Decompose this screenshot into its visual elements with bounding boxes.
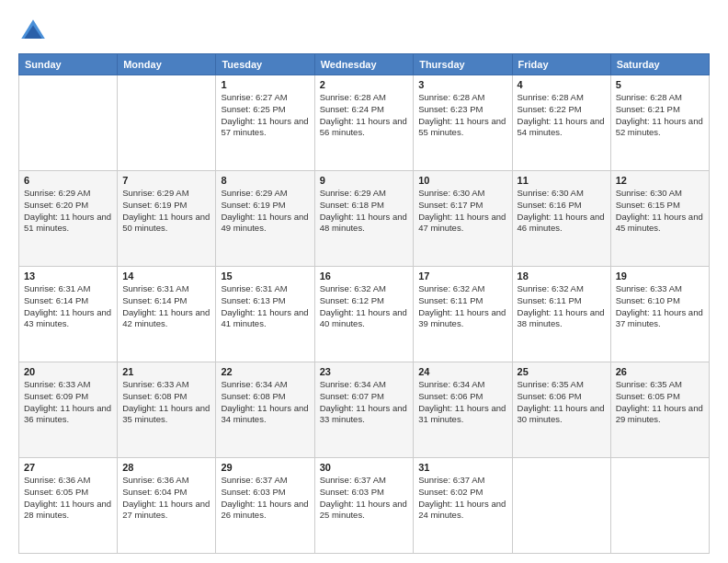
day-number: 28 — [122, 462, 210, 473]
day-info: Sunrise: 6:29 AM Sunset: 6:19 PM Dayligh… — [122, 188, 210, 235]
day-info: Sunrise: 6:37 AM Sunset: 6:03 PM Dayligh… — [320, 475, 409, 522]
calendar-cell: 10Sunrise: 6:30 AM Sunset: 6:17 PM Dayli… — [414, 171, 512, 267]
calendar-cell — [118, 75, 216, 171]
day-info: Sunrise: 6:31 AM Sunset: 6:14 PM Dayligh… — [122, 283, 210, 330]
day-info: Sunrise: 6:30 AM Sunset: 6:17 PM Dayligh… — [418, 188, 506, 235]
day-number: 11 — [518, 175, 606, 186]
day-number: 8 — [221, 175, 309, 186]
calendar-cell: 24Sunrise: 6:34 AM Sunset: 6:06 PM Dayli… — [414, 362, 512, 458]
calendar-header: SundayMondayTuesdayWednesdayThursdayFrid… — [19, 54, 710, 75]
day-info: Sunrise: 6:28 AM Sunset: 6:22 PM Dayligh… — [518, 92, 606, 139]
calendar-cell: 3Sunrise: 6:28 AM Sunset: 6:23 PM Daylig… — [414, 75, 512, 171]
calendar-cell: 26Sunrise: 6:35 AM Sunset: 6:05 PM Dayli… — [610, 362, 709, 458]
day-number: 2 — [320, 79, 409, 90]
day-info: Sunrise: 6:36 AM Sunset: 6:05 PM Dayligh… — [24, 475, 112, 522]
day-number: 23 — [320, 366, 409, 377]
weekday-header-tuesday: Tuesday — [216, 54, 314, 75]
calendar-table: SundayMondayTuesdayWednesdayThursdayFrid… — [18, 53, 710, 554]
weekday-header-monday: Monday — [118, 54, 216, 75]
day-info: Sunrise: 6:30 AM Sunset: 6:15 PM Dayligh… — [616, 188, 704, 235]
day-number: 16 — [320, 270, 409, 282]
calendar-cell: 12Sunrise: 6:30 AM Sunset: 6:15 PM Dayli… — [610, 171, 709, 267]
day-info: Sunrise: 6:33 AM Sunset: 6:10 PM Dayligh… — [616, 283, 704, 330]
day-info: Sunrise: 6:30 AM Sunset: 6:16 PM Dayligh… — [518, 188, 606, 235]
calendar-cell: 14Sunrise: 6:31 AM Sunset: 6:14 PM Dayli… — [118, 267, 216, 362]
day-info: Sunrise: 6:29 AM Sunset: 6:20 PM Dayligh… — [24, 188, 112, 235]
day-info: Sunrise: 6:32 AM Sunset: 6:12 PM Dayligh… — [320, 283, 409, 330]
day-info: Sunrise: 6:37 AM Sunset: 6:03 PM Dayligh… — [221, 475, 309, 522]
calendar-cell: 19Sunrise: 6:33 AM Sunset: 6:10 PM Dayli… — [610, 267, 709, 362]
day-number: 22 — [221, 366, 309, 377]
calendar-cell: 30Sunrise: 6:37 AM Sunset: 6:03 PM Dayli… — [314, 458, 414, 554]
week-row-2: 13Sunrise: 6:31 AM Sunset: 6:14 PM Dayli… — [19, 267, 710, 362]
weekday-header-saturday: Saturday — [610, 54, 709, 75]
day-info: Sunrise: 6:27 AM Sunset: 6:25 PM Dayligh… — [221, 92, 309, 139]
calendar-cell: 21Sunrise: 6:33 AM Sunset: 6:08 PM Dayli… — [118, 362, 216, 458]
day-info: Sunrise: 6:37 AM Sunset: 6:02 PM Dayligh… — [418, 475, 506, 522]
day-number: 25 — [518, 366, 606, 377]
calendar-cell: 20Sunrise: 6:33 AM Sunset: 6:09 PM Dayli… — [19, 362, 118, 458]
day-info: Sunrise: 6:33 AM Sunset: 6:09 PM Dayligh… — [24, 379, 112, 426]
calendar-cell: 11Sunrise: 6:30 AM Sunset: 6:16 PM Dayli… — [512, 171, 610, 267]
calendar-cell: 27Sunrise: 6:36 AM Sunset: 6:05 PM Dayli… — [19, 458, 118, 554]
day-number: 29 — [221, 462, 309, 473]
calendar-cell: 4Sunrise: 6:28 AM Sunset: 6:22 PM Daylig… — [512, 75, 610, 171]
day-info: Sunrise: 6:31 AM Sunset: 6:14 PM Dayligh… — [24, 283, 112, 330]
calendar-cell: 5Sunrise: 6:28 AM Sunset: 6:21 PM Daylig… — [610, 75, 709, 171]
day-number: 15 — [221, 270, 309, 282]
weekday-header-thursday: Thursday — [414, 54, 512, 75]
calendar-cell: 17Sunrise: 6:32 AM Sunset: 6:11 PM Dayli… — [414, 267, 512, 362]
page: SundayMondayTuesdayWednesdayThursdayFrid… — [0, 0, 728, 563]
week-row-3: 20Sunrise: 6:33 AM Sunset: 6:09 PM Dayli… — [19, 362, 710, 458]
logo — [18, 17, 51, 46]
header — [18, 17, 710, 46]
day-info: Sunrise: 6:32 AM Sunset: 6:11 PM Dayligh… — [418, 283, 506, 330]
day-number: 19 — [616, 270, 704, 282]
day-number: 12 — [616, 175, 704, 186]
day-number: 10 — [418, 175, 506, 186]
calendar-cell: 7Sunrise: 6:29 AM Sunset: 6:19 PM Daylig… — [118, 171, 216, 267]
day-number: 7 — [122, 175, 210, 186]
calendar-body: 1Sunrise: 6:27 AM Sunset: 6:25 PM Daylig… — [19, 75, 710, 554]
day-info: Sunrise: 6:28 AM Sunset: 6:21 PM Dayligh… — [616, 92, 704, 139]
calendar-cell — [19, 75, 118, 171]
week-row-1: 6Sunrise: 6:29 AM Sunset: 6:20 PM Daylig… — [19, 171, 710, 267]
day-info: Sunrise: 6:29 AM Sunset: 6:18 PM Dayligh… — [320, 188, 409, 235]
week-row-4: 27Sunrise: 6:36 AM Sunset: 6:05 PM Dayli… — [19, 458, 710, 554]
day-info: Sunrise: 6:34 AM Sunset: 6:08 PM Dayligh… — [221, 379, 309, 426]
calendar-cell: 28Sunrise: 6:36 AM Sunset: 6:04 PM Dayli… — [118, 458, 216, 554]
calendar-cell: 9Sunrise: 6:29 AM Sunset: 6:18 PM Daylig… — [314, 171, 414, 267]
day-info: Sunrise: 6:28 AM Sunset: 6:23 PM Dayligh… — [418, 92, 506, 139]
day-number: 6 — [24, 175, 112, 186]
day-number: 24 — [418, 366, 506, 377]
day-info: Sunrise: 6:35 AM Sunset: 6:06 PM Dayligh… — [518, 379, 606, 426]
day-info: Sunrise: 6:34 AM Sunset: 6:06 PM Dayligh… — [418, 379, 506, 426]
calendar-cell: 16Sunrise: 6:32 AM Sunset: 6:12 PM Dayli… — [314, 267, 414, 362]
weekday-header-sunday: Sunday — [19, 54, 118, 75]
day-number: 1 — [221, 79, 309, 90]
day-number: 5 — [616, 79, 704, 90]
calendar-cell: 13Sunrise: 6:31 AM Sunset: 6:14 PM Dayli… — [19, 267, 118, 362]
day-info: Sunrise: 6:31 AM Sunset: 6:13 PM Dayligh… — [221, 283, 309, 330]
day-number: 17 — [418, 270, 506, 282]
weekday-header-wednesday: Wednesday — [314, 54, 414, 75]
day-number: 27 — [24, 462, 112, 473]
day-number: 20 — [24, 366, 112, 377]
day-number: 26 — [616, 366, 704, 377]
week-row-0: 1Sunrise: 6:27 AM Sunset: 6:25 PM Daylig… — [19, 75, 710, 171]
calendar-cell: 1Sunrise: 6:27 AM Sunset: 6:25 PM Daylig… — [216, 75, 314, 171]
calendar-cell: 31Sunrise: 6:37 AM Sunset: 6:02 PM Dayli… — [414, 458, 512, 554]
calendar-cell: 8Sunrise: 6:29 AM Sunset: 6:19 PM Daylig… — [216, 171, 314, 267]
day-info: Sunrise: 6:36 AM Sunset: 6:04 PM Dayligh… — [122, 475, 210, 522]
day-info: Sunrise: 6:32 AM Sunset: 6:11 PM Dayligh… — [518, 283, 606, 330]
day-info: Sunrise: 6:34 AM Sunset: 6:07 PM Dayligh… — [320, 379, 409, 426]
calendar-cell — [512, 458, 610, 554]
day-number: 13 — [24, 270, 112, 282]
calendar-cell: 29Sunrise: 6:37 AM Sunset: 6:03 PM Dayli… — [216, 458, 314, 554]
weekday-row: SundayMondayTuesdayWednesdayThursdayFrid… — [19, 54, 710, 75]
day-number: 30 — [320, 462, 409, 473]
day-info: Sunrise: 6:29 AM Sunset: 6:19 PM Dayligh… — [221, 188, 309, 235]
calendar-cell: 18Sunrise: 6:32 AM Sunset: 6:11 PM Dayli… — [512, 267, 610, 362]
calendar-cell: 15Sunrise: 6:31 AM Sunset: 6:13 PM Dayli… — [216, 267, 314, 362]
calendar-cell: 22Sunrise: 6:34 AM Sunset: 6:08 PM Dayli… — [216, 362, 314, 458]
